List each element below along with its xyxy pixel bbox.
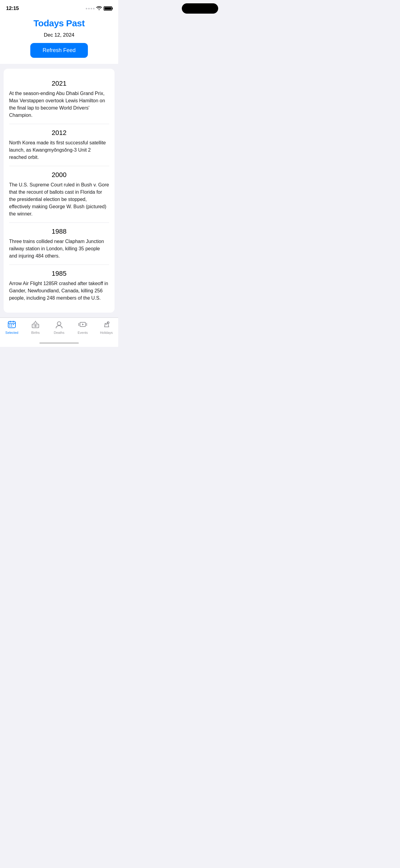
app-title: Todays Past [6, 18, 112, 28]
svg-rect-2 [13, 321, 13, 322]
home-indicator [0, 340, 118, 347]
feed-item-year: 2021 [9, 80, 109, 88]
feed-item-year: 2012 [9, 129, 109, 137]
tab-holidays[interactable]: Holidays [94, 320, 118, 334]
svg-point-13 [57, 322, 61, 326]
svg-rect-6 [13, 324, 14, 325]
feed-item-year: 2000 [9, 171, 109, 179]
list-item: 2000 The U.S. Supreme Court ruled in Bus… [9, 166, 109, 223]
svg-marker-15 [82, 323, 84, 326]
status-bar: 12:15 [0, 0, 118, 15]
births-label: Births [31, 331, 40, 334]
status-icons [86, 6, 112, 11]
svg-rect-4 [9, 324, 10, 325]
list-item: 2021 At the season-ending Abu Dhabi Gran… [9, 75, 109, 124]
feed-item-text: Arrow Air Flight 1285R crashed after tak… [9, 280, 109, 302]
tab-selected[interactable]: Selected [0, 320, 24, 334]
selected-icon [7, 320, 16, 330]
deaths-label: Deaths [54, 331, 64, 334]
battery-icon [104, 6, 112, 10]
svg-rect-5 [11, 324, 12, 325]
feed-item-text: At the season-ending Abu Dhabi Grand Pri… [9, 90, 109, 119]
svg-rect-7 [9, 326, 10, 327]
svg-rect-8 [11, 326, 12, 327]
header: Todays Past Dec 12, 2024 Refresh Feed [0, 15, 118, 64]
births-icon [31, 320, 40, 330]
tab-events[interactable]: Events [71, 320, 94, 334]
feed-item-text: The U.S. Supreme Court ruled in Bush v. … [9, 181, 109, 218]
feed-container: 2021 At the season-ending Abu Dhabi Gran… [0, 64, 118, 317]
events-icon [79, 320, 87, 330]
tab-bar: Selected Births Deaths Events Holidays [0, 317, 118, 340]
feed-item-text: Three trains collided near Clapham Junct… [9, 238, 109, 260]
tab-deaths[interactable]: Deaths [47, 320, 71, 334]
signal-icon [86, 8, 94, 9]
svg-rect-1 [10, 321, 10, 322]
tab-births[interactable]: Births [24, 320, 47, 334]
events-label: Events [78, 331, 88, 334]
selected-label: Selected [5, 331, 19, 334]
holidays-icon [102, 320, 111, 330]
feed-item-year: 1985 [9, 270, 109, 278]
status-time: 12:15 [6, 5, 19, 11]
list-item: 2012 North Korea made its first successf… [9, 124, 109, 166]
holidays-label: Holidays [100, 331, 113, 334]
list-item: 1988 Three trains collided near Clapham … [9, 223, 109, 265]
list-item: 1985 Arrow Air Flight 1285R crashed afte… [9, 265, 109, 307]
feed-item-text: North Korea made its first successful sa… [9, 139, 109, 161]
current-date: Dec 12, 2024 [6, 32, 112, 38]
deaths-icon [55, 320, 63, 330]
refresh-button[interactable]: Refresh Feed [30, 43, 88, 58]
wifi-icon [96, 6, 102, 11]
feed-card: 2021 At the season-ending Abu Dhabi Gran… [4, 69, 115, 313]
feed-item-year: 1988 [9, 227, 109, 236]
svg-point-18 [107, 322, 109, 323]
